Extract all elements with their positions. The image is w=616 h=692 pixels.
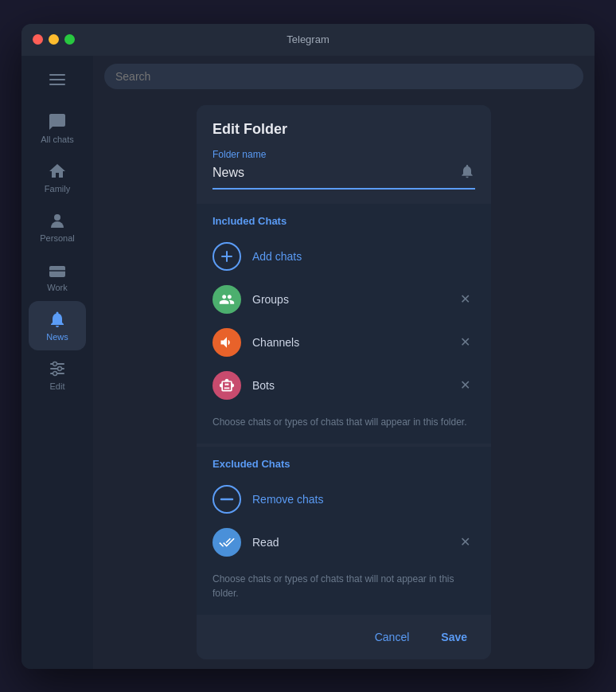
sidebar-item-personal-label: Personal: [40, 233, 74, 243]
excluded-item-read[interactable]: Read ✕: [197, 521, 491, 564]
dialog-title: Edit Folder: [212, 121, 475, 138]
cancel-button[interactable]: Cancel: [367, 626, 418, 648]
sidebar-item-all-chats-label: All chats: [41, 135, 74, 144]
remove-channels-button[interactable]: ✕: [455, 333, 475, 351]
add-chats-icon: [212, 242, 241, 271]
remove-groups-button[interactable]: ✕: [455, 290, 475, 308]
sliders-icon: [48, 359, 67, 378]
close-button[interactable]: [33, 34, 43, 45]
briefcase-icon: [48, 260, 67, 280]
included-item-groups[interactable]: Groups ✕: [197, 278, 491, 321]
folder-name-label: Folder name: [212, 149, 475, 160]
maximize-button[interactable]: [64, 34, 75, 45]
svg-rect-1: [49, 79, 65, 80]
save-button[interactable]: Save: [433, 626, 475, 648]
sidebar-item-family[interactable]: Family: [29, 153, 86, 202]
included-item-channels[interactable]: Channels ✕: [197, 321, 491, 364]
folder-name-section: Folder name: [212, 149, 475, 190]
included-item-bots[interactable]: Bots ✕: [197, 364, 491, 407]
content-area: Edit Folder Folder name: [93, 56, 595, 669]
sidebar-item-work-label: Work: [47, 283, 67, 292]
svg-rect-0: [49, 74, 65, 76]
main-layout: All chats Family Personal: [21, 56, 595, 669]
read-avatar: [212, 528, 241, 557]
add-chats-item[interactable]: Add chats: [197, 235, 491, 278]
excluded-chats-section: Excluded Chats Remove chats: [197, 447, 491, 615]
svg-point-3: [54, 214, 60, 221]
remove-bots-button[interactable]: ✕: [455, 376, 475, 394]
bots-label: Bots: [252, 379, 455, 392]
folder-name-input[interactable]: [212, 166, 459, 180]
excluded-chats-title: Excluded Chats: [197, 458, 491, 478]
included-chats-title: Included Chats: [197, 215, 491, 235]
sidebar-item-personal[interactable]: Personal: [29, 202, 86, 252]
folder-name-input-wrap: [212, 163, 475, 190]
edit-folder-dialog: Edit Folder Folder name: [197, 105, 491, 659]
notification-bell-icon[interactable]: [459, 163, 475, 183]
traffic-lights: [33, 34, 75, 45]
dialog-header: Edit Folder Folder name: [197, 105, 491, 202]
app-window: Telegram All chats: [21, 24, 595, 669]
home-icon: [48, 162, 67, 181]
sidebar-item-edit-label: Edit: [50, 381, 65, 391]
excluded-chats-hint: Choose chats or types of chats that will…: [197, 564, 491, 612]
sidebar: All chats Family Personal: [21, 56, 93, 669]
sidebar-item-work[interactable]: Work: [29, 252, 86, 301]
included-chats-section: Included Chats Add chats: [197, 204, 491, 444]
remove-chats-item[interactable]: Remove chats: [197, 478, 491, 521]
svg-point-10: [58, 366, 62, 370]
person-icon: [48, 211, 67, 230]
svg-point-11: [53, 371, 57, 375]
groups-avatar: [212, 285, 241, 314]
svg-rect-4: [49, 266, 65, 277]
sidebar-item-news-label: News: [46, 332, 68, 342]
chat-icon: [48, 112, 67, 131]
search-input[interactable]: [104, 64, 583, 89]
remove-read-button[interactable]: ✕: [455, 533, 475, 551]
add-chats-label: Add chats: [252, 250, 302, 263]
bots-avatar: [212, 371, 241, 400]
window-title: Telegram: [287, 33, 329, 45]
svg-point-9: [53, 362, 57, 366]
channels-label: Channels: [252, 336, 455, 349]
svg-rect-2: [49, 84, 65, 85]
sidebar-item-edit[interactable]: Edit: [29, 350, 86, 400]
sidebar-item-news[interactable]: News: [29, 301, 86, 350]
read-label: Read: [252, 536, 455, 549]
remove-chats-icon: [212, 485, 241, 514]
included-chats-hint: Choose chats or types of chats that will…: [197, 407, 491, 440]
sidebar-item-family-label: Family: [45, 184, 70, 194]
titlebar: Telegram: [21, 24, 595, 56]
dialog-overlay: Edit Folder Folder name: [93, 97, 595, 669]
bell-active-icon: [48, 310, 67, 329]
search-bar: [93, 56, 595, 97]
dialog-footer: Cancel Save: [197, 615, 491, 659]
channels-avatar: [212, 328, 241, 357]
groups-label: Groups: [252, 293, 455, 306]
menu-icon[interactable]: [41, 64, 73, 96]
sidebar-item-all-chats[interactable]: All chats: [29, 104, 86, 153]
remove-chats-label: Remove chats: [252, 493, 323, 506]
minimize-button[interactable]: [49, 34, 59, 45]
